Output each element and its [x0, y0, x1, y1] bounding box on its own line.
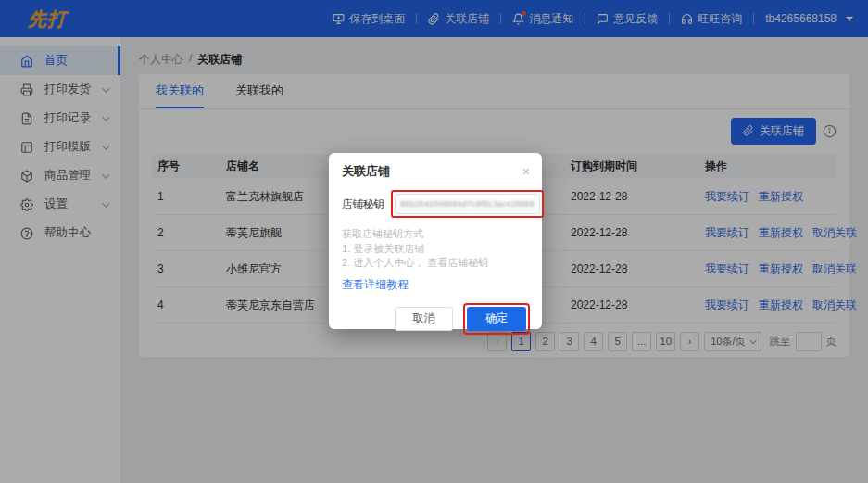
modal-title: 关联店铺 — [342, 163, 390, 180]
secret-key-value: 8552642049584d7c9f813ac426bb6 — [400, 199, 535, 209]
help-step-1: 1. 登录被关联店铺 — [342, 242, 535, 257]
help-title: 获取店铺秘钥方式 — [342, 227, 535, 242]
cancel-button[interactable]: 取消 — [395, 307, 453, 331]
confirm-button[interactable]: 确定 — [467, 307, 526, 331]
secret-field-row: 店铺秘钥 8552642049584d7c9f813ac426bb6 — [342, 190, 535, 218]
modal-body: 店铺秘钥 8552642049584d7c9f813ac426bb6 获取店铺秘… — [329, 187, 542, 335]
annotation-highlight-confirm: 确定 — [463, 303, 530, 335]
view-tutorial-link[interactable]: 查看详细教程 — [342, 277, 535, 293]
link-shop-modal: 关联店铺 × 店铺秘钥 8552642049584d7c9f813ac426bb… — [329, 153, 542, 329]
close-icon[interactable]: × — [522, 165, 530, 178]
help-step-2: 2. 进入个人中心， 查看店铺秘钥 — [342, 256, 535, 271]
annotation-highlight-input: 8552642049584d7c9f813ac426bb6 — [391, 190, 544, 218]
modal-header: 关联店铺 × — [329, 153, 542, 187]
secret-key-input[interactable]: 8552642049584d7c9f813ac426bb6 — [395, 194, 540, 214]
secret-help-text: 获取店铺秘钥方式 1. 登录被关联店铺 2. 进入个人中心， 查看店铺秘钥 — [342, 227, 535, 271]
secret-field-label: 店铺秘钥 — [342, 197, 384, 211]
modal-footer: 取消 确定 — [342, 303, 535, 335]
